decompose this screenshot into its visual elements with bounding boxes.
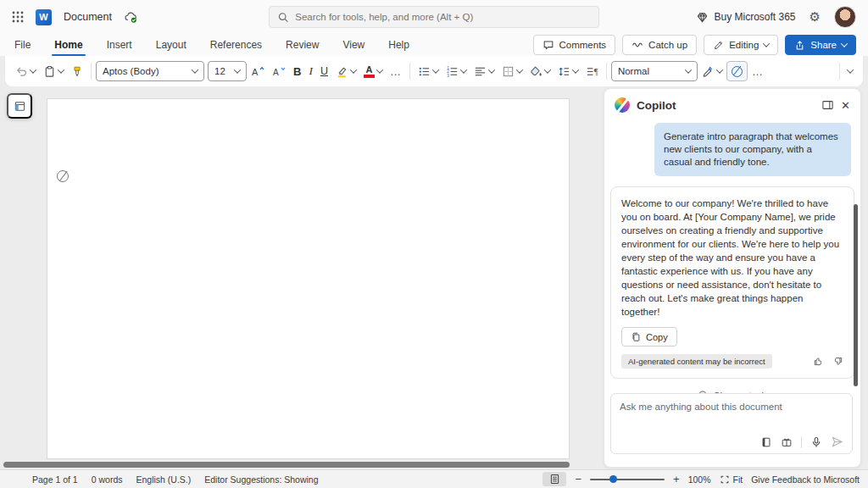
search-input[interactable] [295, 12, 590, 22]
format-painter-button[interactable] [68, 60, 86, 82]
svg-text:3: 3 [447, 73, 449, 77]
paragraph-direction-icon: ¶ [586, 65, 598, 78]
titlebar-right: Buy Microsoft 365 ⚙ [602, 6, 856, 28]
tab-insert[interactable]: Insert [106, 36, 133, 53]
thumbs-down-button[interactable] [832, 356, 843, 367]
numbering-button[interactable]: 123 [442, 60, 470, 82]
send-button[interactable] [831, 435, 843, 448]
tab-layout[interactable]: Layout [155, 36, 187, 53]
share-button[interactable]: Share [785, 35, 856, 55]
fit-button[interactable]: Fit [720, 474, 743, 485]
navigation-pane-toggle-button[interactable] [7, 93, 32, 119]
copilot-input-box[interactable] [610, 393, 853, 454]
more-font-options-button[interactable]: … [387, 60, 405, 82]
assistant-response-card: Welcome to our company! We're thrilled t… [610, 186, 854, 379]
search-box[interactable] [269, 6, 599, 28]
document-page[interactable] [47, 98, 570, 459]
bold-button[interactable]: B [290, 60, 304, 82]
catch-up-button[interactable]: Catch up [622, 35, 697, 55]
buy-microsoft-365-button[interactable]: Buy Microsoft 365 [696, 11, 796, 24]
settings-gear-icon[interactable]: ⚙ [810, 9, 821, 25]
copilot-panel-title: Copilot [637, 99, 815, 112]
input-divider [801, 436, 802, 448]
tab-view[interactable]: View [342, 36, 365, 53]
font-color-button[interactable]: A [360, 60, 386, 82]
paste-button[interactable] [40, 60, 67, 82]
zoom-level[interactable]: 100% [688, 474, 711, 485]
ribbon-divider [839, 63, 840, 80]
expand-panel-button[interactable] [821, 99, 834, 111]
shading-button[interactable] [526, 60, 554, 82]
bullets-button[interactable] [415, 60, 442, 82]
close-panel-button[interactable]: ✕ [841, 99, 850, 112]
inline-copilot-icon[interactable] [57, 170, 69, 182]
save-status-cloud-icon[interactable] [124, 11, 138, 24]
app-launcher-icon[interactable] [12, 11, 24, 23]
tab-home[interactable]: Home [53, 36, 83, 53]
ribbon-overflow-button[interactable]: … [748, 60, 767, 82]
align-button[interactable] [470, 60, 498, 82]
account-avatar[interactable] [834, 6, 856, 28]
borders-button[interactable] [498, 60, 526, 82]
borders-icon [502, 65, 515, 78]
editing-mode-button[interactable]: Editing [704, 35, 778, 55]
style-value: Normal [618, 66, 649, 76]
zoom-out-button[interactable]: − [575, 473, 581, 485]
word-icon[interactable]: W [36, 9, 52, 25]
zoom-slider[interactable] [590, 474, 665, 485]
feedback-link[interactable]: Give Feedback to Microsoft [751, 474, 860, 485]
font-name-select[interactable]: Aptos (Body) [96, 61, 204, 81]
vertical-scrollbar[interactable] [854, 204, 858, 386]
zoom-in-button[interactable]: + [673, 473, 680, 485]
ribbon-divider [409, 63, 410, 80]
ribbon-collapse-button[interactable] [844, 60, 856, 82]
horizontal-scrollbar[interactable] [3, 462, 570, 468]
tab-file[interactable]: File [14, 36, 31, 53]
line-spacing-icon [558, 65, 570, 78]
tab-help[interactable]: Help [387, 36, 410, 53]
thumbs-up-button[interactable] [813, 356, 824, 367]
user-message-bubble: Generate intro paragraph that welcomes n… [654, 123, 851, 176]
comments-button[interactable]: Comments [533, 35, 616, 55]
document-title[interactable]: Document [64, 11, 112, 23]
editor-pen-button[interactable] [698, 60, 726, 82]
tab-references[interactable]: References [209, 36, 263, 53]
copilot-panel: Copilot ✕ Generate intro paragraph that … [604, 88, 861, 468]
undo-button[interactable] [12, 60, 39, 82]
prompt-notebook-button[interactable] [760, 436, 772, 448]
copilot-panel-header: Copilot ✕ [604, 89, 860, 118]
highlight-button[interactable] [332, 60, 359, 82]
italic-button[interactable]: I [305, 60, 316, 82]
copilot-chat-input[interactable] [620, 402, 843, 435]
highlighter-icon [336, 65, 348, 78]
font-size-select[interactable]: 12 [208, 61, 247, 81]
tab-review[interactable]: Review [285, 36, 320, 53]
copy-button[interactable]: Copy [621, 327, 677, 347]
line-spacing-button[interactable] [554, 60, 581, 82]
zoom-slider-thumb[interactable] [609, 475, 617, 483]
underline-button[interactable]: U [317, 60, 331, 82]
editing-label: Editing [729, 40, 759, 50]
copilot-chat-area: Generate intro paragraph that welcomes n… [604, 118, 860, 393]
paragraph-direction-button[interactable]: ¶ [582, 60, 602, 82]
editor-suggestions[interactable]: Editor Suggestions: Showing [204, 474, 318, 485]
chevron-down-icon [376, 66, 383, 73]
grow-font-button[interactable]: A [248, 60, 268, 82]
chevron-down-icon [685, 66, 692, 73]
style-select[interactable]: Normal [611, 61, 698, 81]
word-count[interactable]: 0 words [92, 474, 123, 485]
language-indicator[interactable]: English (U.S.) [136, 474, 191, 485]
copilot-ribbon-button[interactable] [726, 61, 748, 81]
shrink-font-button[interactable]: A [269, 60, 289, 82]
ribbon-divider [91, 63, 92, 80]
response-footer: AI-generated content may be incorrect [621, 354, 843, 369]
page-view-button[interactable] [542, 472, 566, 486]
microphone-button[interactable] [810, 436, 822, 448]
chevron-down-icon [58, 66, 64, 73]
send-icon [831, 435, 843, 448]
chevron-down-icon [847, 66, 854, 73]
expand-pane-icon [821, 99, 834, 111]
page-count[interactable]: Page 1 of 1 [32, 474, 78, 485]
premium-diamond-icon [696, 11, 709, 24]
copilot-lab-button[interactable] [781, 436, 793, 448]
